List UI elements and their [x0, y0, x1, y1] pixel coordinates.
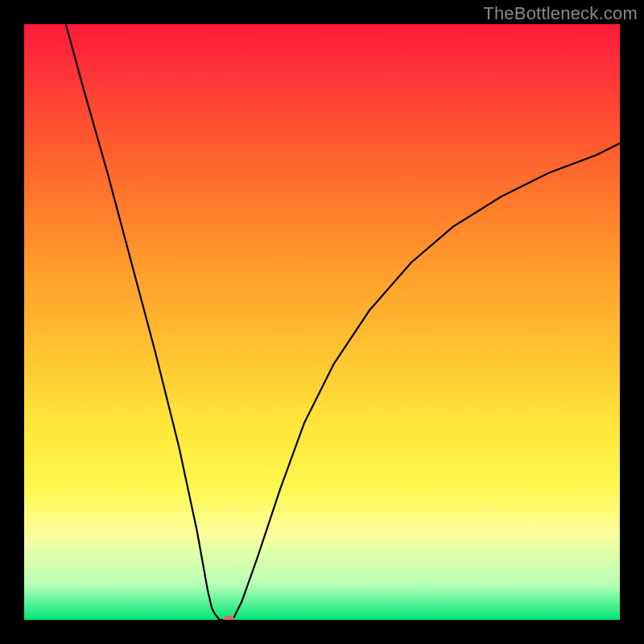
watermark-text: TheBottleneck.com: [483, 3, 638, 24]
chart-frame: TheBottleneck.com: [0, 0, 644, 644]
plot-area: [24, 24, 620, 620]
chart-svg: [24, 24, 620, 620]
bottleneck-curve: [66, 24, 620, 620]
minimum-marker: [224, 616, 235, 620]
